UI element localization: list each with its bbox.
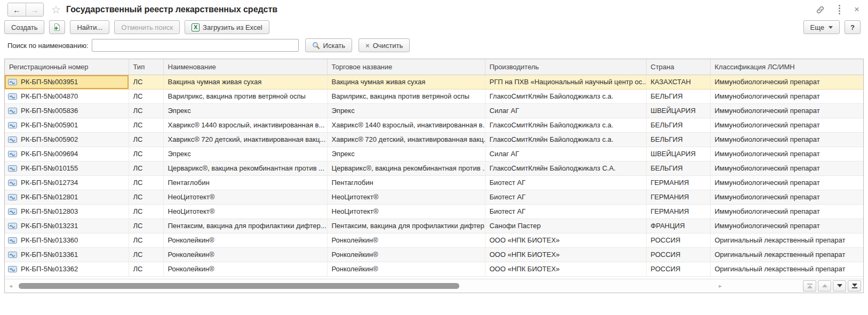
more-button[interactable]: Еще [803,20,840,34]
cell-name[interactable]: Пентаглобин [163,175,327,190]
cell-trade[interactable]: Церварикс®, вакцина рекомбинантная проти… [327,161,485,175]
column-header-type[interactable]: Тип [129,59,163,75]
cell-type[interactable]: ЛС [129,233,163,247]
cell-type[interactable]: ЛС [129,175,163,190]
cell-country[interactable]: ШВЕЙЦАРИЯ [646,103,710,118]
cell-country[interactable]: ФРАНЦИЯ [646,219,710,233]
table-row[interactable]: РК-БП-5№004870ЛСВарилрикс, вакцина проти… [5,89,863,103]
cell-reg[interactable]: РК-БП-5№013231 [5,219,129,233]
scroll-up-button[interactable] [818,280,831,292]
column-header-name[interactable]: Наименование [163,59,327,75]
table-row[interactable]: РК-БП-5№005901ЛСХаврикс® 1440 взрослый, … [5,118,863,132]
cell-type[interactable]: ЛС [129,204,163,219]
cell-manufacturer[interactable]: ГлаксоСмитКляйн Байолоджикалз с.а. [485,132,646,147]
cell-country[interactable]: БЕЛЬГИЯ [646,161,710,175]
cell-reg[interactable]: РК-БП-5№010155 [5,161,129,175]
cell-country[interactable]: РОССИЯ [646,247,710,262]
cell-name[interactable]: Пентаксим, вакцина для профилактики дифт… [163,219,327,233]
cell-name[interactable]: Хаврикс® 1440 взрослый, инактивированная… [163,118,327,132]
cell-country[interactable]: РОССИЯ [646,262,710,276]
clear-search-button[interactable]: × Очистить [359,38,410,52]
scroll-to-top-button[interactable] [803,280,816,292]
cell-country[interactable]: БЕЛЬГИЯ [646,89,710,103]
cell-reg[interactable]: РК-БП-5№013362 [5,262,129,276]
link-icon[interactable] [816,5,825,14]
cell-country[interactable]: ГЕРМАНИЯ [646,190,710,204]
cell-manufacturer[interactable]: Биотест АГ [485,204,646,219]
search-input[interactable] [92,39,299,52]
cell-classification[interactable]: Иммунобиологический препарат [710,132,863,147]
table-row[interactable]: РК-БП-5№005902ЛСХаврикс® 720 детский, ин… [5,132,863,147]
cell-reg[interactable]: РК-БП-5№005836 [5,103,129,118]
create-new-document-button[interactable] [49,20,65,34]
table-row[interactable]: РК-БП-5№012734ЛСПентаглобинПентаглобинБи… [5,175,863,190]
find-button[interactable]: Найти... [70,20,109,34]
cell-name[interactable]: Хаврикс® 720 детский, инактивированная в… [163,132,327,147]
cell-trade[interactable]: Пентаглобин [327,175,485,190]
cell-classification[interactable]: Иммунобиологический препарат [710,219,863,233]
cell-type[interactable]: ЛС [129,219,163,233]
column-header-country[interactable]: Страна [646,59,710,75]
cell-classification[interactable]: Иммунобиологический препарат [710,89,863,103]
table-row[interactable]: РК-БП-5№013362ЛСРонколейкин®Ронколейкин®… [5,262,863,276]
horizontal-scrollbar[interactable]: ▸ [14,282,775,289]
cell-name[interactable]: Церварикс®, вакцина рекомбинантная проти… [163,161,327,175]
table-row[interactable]: РК-БП-5№013360ЛСРонколейкин®Ронколейкин®… [5,233,863,247]
cell-classification[interactable]: Иммунобиологический препарат [710,75,863,89]
column-header-trade-name[interactable]: Торговое название [327,59,485,75]
load-from-excel-button[interactable]: X Загрузить из Excel [185,20,269,34]
cell-trade[interactable]: Хаврикс® 1440 взрослый, инактивированная… [327,118,485,132]
cell-trade[interactable]: Пентаксим, вакцина для профилактики дифт… [327,219,485,233]
cell-manufacturer[interactable]: РГП на ПХВ «Национальный научный центр о… [485,75,646,89]
cell-country[interactable]: ГЕРМАНИЯ [646,204,710,219]
table-row[interactable]: РК-БП-5№005836ЛСЭпрексЭпрексСилаг АГШВЕЙ… [5,103,863,118]
cell-trade[interactable]: Ронколейкин® [327,247,485,262]
cell-trade[interactable]: Вакцина чумная живая сухая [327,75,485,89]
cell-classification[interactable]: Оригинальный лекарственный препарат [710,247,863,262]
cell-type[interactable]: ЛС [129,132,163,147]
favorite-star-icon[interactable]: ☆ [51,3,61,16]
cell-name[interactable]: НеоЦитотект® [163,204,327,219]
cell-type[interactable]: ЛС [129,147,163,161]
cell-classification[interactable]: Иммунобиологический препарат [710,204,863,219]
cell-name[interactable]: Ронколейкин® [163,262,327,276]
cell-type[interactable]: ЛС [129,89,163,103]
forward-button[interactable]: → [26,3,43,16]
cell-manufacturer[interactable]: ООО «НПК БИОТЕХ» [485,247,646,262]
cell-manufacturer[interactable]: Биотест АГ [485,175,646,190]
cell-manufacturer[interactable]: Силаг АГ [485,147,646,161]
create-button[interactable]: Создать [4,20,44,34]
table-row[interactable]: РК-БП-5№003951ЛСВакцина чумная живая сух… [5,75,863,89]
column-header-classification[interactable]: Классификация ЛС/ИМН [710,59,863,75]
cell-type[interactable]: ЛС [129,118,163,132]
cell-manufacturer[interactable]: ООО «НПК БИОТЕХ» [485,233,646,247]
cell-classification[interactable]: Иммунобиологический препарат [710,175,863,190]
cell-name[interactable]: Ронколейкин® [163,247,327,262]
table-row[interactable]: РК-БП-5№010155ЛСЦерварикс®, вакцина реко… [5,161,863,175]
cell-manufacturer[interactable]: ГлаксоСмитКляйн Байолоджикалз с.а. [485,118,646,132]
cell-reg[interactable]: РК-БП-5№004870 [5,89,129,103]
scroll-right-icon[interactable]: ▸ [716,282,724,289]
cell-trade[interactable]: Ронколейкин® [327,233,485,247]
cell-reg[interactable]: РК-БП-5№009694 [5,147,129,161]
cell-manufacturer[interactable]: Силаг АГ [485,103,646,118]
cell-manufacturer[interactable]: ГлаксоСмитКляйн Байолоджикалз с.а. [485,89,646,103]
cell-classification[interactable]: Иммунобиологический препарат [710,190,863,204]
cell-type[interactable]: ЛС [129,75,163,89]
back-button[interactable]: ← [8,3,26,16]
cell-reg[interactable]: РК-БП-5№005902 [5,132,129,147]
cell-country[interactable]: ШВЕЙЦАРИЯ [646,147,710,161]
cell-name[interactable]: Эпрекс [163,103,327,118]
cell-name[interactable]: Эпрекс [163,147,327,161]
cell-reg[interactable]: РК-БП-5№013360 [5,233,129,247]
cancel-search-button[interactable]: Отменить поиск [114,20,180,34]
table-row[interactable]: РК-БП-5№013231ЛСПентаксим, вакцина для п… [5,219,863,233]
cell-type[interactable]: ЛС [129,190,163,204]
cell-classification[interactable]: Иммунобиологический препарат [710,161,863,175]
kebab-menu-icon[interactable] [839,5,840,14]
cell-trade[interactable]: Варилрикс, вакцина против ветряной оспы [327,89,485,103]
cell-reg[interactable]: РК-БП-5№012801 [5,190,129,204]
cell-trade[interactable]: Эпрекс [327,103,485,118]
table-row[interactable]: РК-БП-5№009694ЛСЭпрексЭпрексСилаг АГШВЕЙ… [5,147,863,161]
cell-name[interactable]: Вакцина чумная живая сухая [163,75,327,89]
